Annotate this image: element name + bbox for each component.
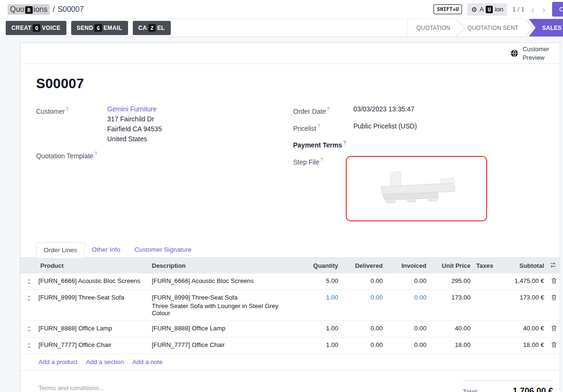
- drag-handle-icon: [27, 326, 31, 332]
- sheet-body: S00007 Customer? Gemini Furniture 317 Fa…: [20, 76, 560, 226]
- tab-other-info[interactable]: Other Info: [85, 242, 128, 257]
- field-column-left: Customer? Gemini Furniture 317 Fairchild…: [36, 104, 293, 226]
- pricelist-label: Pricelist?: [293, 121, 353, 134]
- cell-quantity[interactable]: 1.00: [299, 290, 341, 320]
- header-quantity: Quantity: [299, 258, 341, 273]
- create-invoice-button[interactable]: CREATQVOICE: [6, 21, 66, 35]
- customer-preview-line1: Customer: [523, 46, 549, 53]
- help-icon: ?: [317, 124, 320, 129]
- gear-icon: ⚙: [471, 6, 477, 13]
- action-menu-button[interactable]: ⚙AUion: [467, 3, 507, 16]
- cell-quantity[interactable]: 1.00: [299, 320, 341, 337]
- send-email-button[interactable]: SENDGEMAIL: [71, 21, 128, 35]
- quotation-template-label: Quotation Template?: [36, 149, 107, 161]
- cell-delivered[interactable]: 0.00: [341, 337, 386, 354]
- add-a-note-link[interactable]: Add a note: [132, 358, 163, 365]
- header-invoiced: Invoiced: [386, 258, 429, 273]
- drag-handle[interactable]: [20, 273, 37, 290]
- delete-line-button[interactable]: [547, 320, 561, 337]
- cell-unit-price[interactable]: 40.00: [429, 320, 473, 337]
- header-taxes: Taxes: [473, 258, 494, 273]
- tab-order-lines[interactable]: Order Lines: [36, 242, 85, 258]
- step-file-preview[interactable]: [346, 156, 487, 221]
- pricelist-value[interactable]: Public Pricelist (USD): [353, 121, 417, 134]
- add-a-product-link[interactable]: Add a product: [38, 358, 77, 365]
- cell-product[interactable]: [FURN_7777] Office Chair: [37, 337, 149, 354]
- terms-placeholder[interactable]: Terms and conditions...: [38, 380, 104, 392]
- order-date-value[interactable]: 03/03/2023 13:35:47: [353, 104, 414, 117]
- header-handle: [20, 258, 37, 273]
- drag-handle[interactable]: [20, 290, 37, 320]
- field-pricelist: Pricelist? Public Pricelist (USD): [293, 121, 550, 134]
- trash-icon: [551, 278, 557, 284]
- cell-taxes[interactable]: [473, 320, 494, 337]
- send-email-label-pre: SEND: [77, 25, 93, 31]
- order-line-row[interactable]: [FURN_7777] Office Chair [FURN_7777] Off…: [20, 337, 561, 354]
- cell-unit-price[interactable]: 295.00: [429, 273, 473, 290]
- delete-line-button[interactable]: [547, 273, 561, 290]
- cell-delivered[interactable]: 0.00: [341, 273, 386, 290]
- cell-invoiced[interactable]: 0.00: [386, 273, 429, 290]
- cell-delivered[interactable]: 0.00: [341, 290, 386, 320]
- action-buttons: CREATQVOICE SENDGEMAIL CAZEL: [6, 19, 171, 36]
- status-sales-order[interactable]: SALES ORDER: [529, 19, 563, 36]
- cell-product[interactable]: [FURN_8999] Three-Seat Sofa: [37, 290, 149, 320]
- customer-label: Customer?: [36, 104, 107, 144]
- cancel-button[interactable]: CAZEL: [133, 21, 171, 35]
- status-quotation[interactable]: QUOTATION: [408, 19, 459, 36]
- action-bar: CREATQVOICE SENDGEMAIL CAZEL QUOTATION Q…: [0, 19, 563, 37]
- customer-name-link[interactable]: Gemini Furniture: [107, 104, 162, 114]
- cell-subtotal: 40.00 €: [494, 320, 547, 337]
- cell-taxes[interactable]: [473, 290, 494, 320]
- header-subtotal: Subtotal: [494, 258, 547, 273]
- cell-description[interactable]: [FURN_7777] Office Chair: [149, 337, 299, 354]
- order-line-row[interactable]: [FURN_8888] Office Lamp [FURN_8888] Offi…: [20, 320, 561, 337]
- cell-invoiced[interactable]: 0.00: [386, 337, 429, 354]
- cell-unit-price[interactable]: 18.00: [429, 337, 473, 354]
- order-line-row[interactable]: [FURN_6666] Acoustic Bloc Screens [FURN_…: [20, 273, 561, 290]
- help-icon: ?: [327, 107, 330, 112]
- order-line-row[interactable]: [FURN_8999] Three-Seat Sofa [FURN_8999] …: [20, 290, 561, 320]
- drag-handle[interactable]: [20, 337, 37, 354]
- notebook-tabs: Order Lines Other Info Customer Signatur…: [20, 242, 560, 258]
- cell-product[interactable]: [FURN_8888] Office Lamp: [37, 320, 149, 337]
- cell-quantity[interactable]: 5.00: [299, 273, 341, 290]
- optional-columns-button[interactable]: [547, 258, 561, 273]
- breadcrumb-quotations-pre: Quo: [10, 5, 24, 13]
- customer-preview-link[interactable]: CustomerPreview: [510, 45, 549, 62]
- delete-line-button[interactable]: [547, 290, 561, 320]
- cell-description[interactable]: [FURN_6666] Acoustic Bloc Screens: [149, 273, 299, 290]
- add-a-section-link[interactable]: Add a section: [86, 358, 124, 365]
- cell-product[interactable]: [FURN_6666] Acoustic Bloc Screens: [37, 273, 149, 290]
- breadcrumb-quotations[interactable]: QuoBions: [8, 4, 50, 15]
- cell-invoiced[interactable]: 0.00: [386, 320, 429, 337]
- pager-next-button[interactable]: ›: [541, 5, 547, 14]
- cell-delivered[interactable]: 0.00: [341, 320, 386, 337]
- trash-icon: [551, 325, 557, 331]
- header-unit-price: Unit Price: [429, 258, 473, 273]
- drag-handle[interactable]: [20, 320, 37, 337]
- status-quotation-sent[interactable]: QUOTATION SENT: [459, 19, 527, 36]
- totals-box: Total: 1,706.00 €: [463, 380, 553, 392]
- cell-invoiced[interactable]: 0.00: [386, 290, 429, 320]
- help-icon: ?: [343, 140, 346, 146]
- cell-taxes[interactable]: [473, 337, 494, 354]
- shortcut-badge-z: Z: [148, 24, 156, 32]
- pager-previous-button[interactable]: ‹: [530, 5, 536, 14]
- field-grid: Customer? Gemini Furniture 317 Fairchild…: [36, 104, 550, 226]
- tab-customer-signature[interactable]: Customer Signature: [128, 242, 199, 257]
- content-area: CustomerPreview S00007 Customer? Gemini …: [0, 37, 563, 392]
- delete-line-button[interactable]: [547, 337, 561, 354]
- cell-taxes[interactable]: [473, 273, 494, 290]
- cell-unit-price[interactable]: 173.00: [429, 290, 473, 320]
- cell-quantity[interactable]: 1.00: [299, 337, 341, 354]
- action-label-pre: A: [480, 6, 484, 13]
- sheet-top-strip: CustomerPreview: [20, 43, 560, 64]
- trash-icon: [551, 294, 557, 301]
- field-customer: Customer? Gemini Furniture 317 Fairchild…: [36, 104, 293, 144]
- create-button[interactable]: Create: [552, 2, 563, 17]
- shortcut-badge-q: Q: [33, 24, 40, 32]
- cell-description[interactable]: [FURN_8888] Office Lamp: [149, 320, 299, 337]
- cell-description[interactable]: [FURN_8999] Three-Seat SofaThree Seater …: [149, 290, 299, 320]
- customer-preview-line2: Preview: [523, 54, 545, 61]
